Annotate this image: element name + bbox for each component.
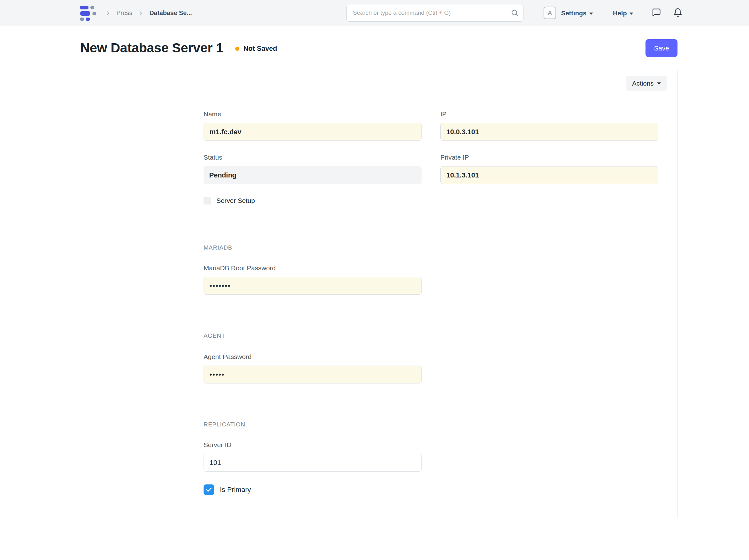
section-details: Name IP Status Pending Private IP Server… [183, 96, 678, 227]
private-ip-field: Private IP [441, 154, 658, 184]
form-toolbar: Actions [183, 70, 678, 96]
search-icon [511, 9, 519, 18]
page-header: New Database Server 1 Not Saved Save [0, 26, 749, 70]
server-id-label: Server ID [204, 441, 658, 449]
form-card: Actions Name IP Status Pending Private I… [183, 70, 678, 518]
replication-section-heading: REPLICATION [204, 421, 658, 428]
section-mariadb: MARIADB MariaDB Root Password [183, 227, 678, 315]
agent-password-field: Agent Password [204, 353, 658, 384]
agent-password-input[interactable] [204, 366, 422, 384]
server-id-field: Server ID [204, 441, 658, 472]
chevron-down-icon [590, 13, 593, 15]
status-value: Pending [204, 166, 422, 184]
agent-section-heading: AGENT [204, 332, 658, 339]
breadcrumb-item-database-servers[interactable]: Database Se... [149, 9, 192, 17]
chevron-down-icon [629, 13, 633, 15]
chat-bubble-icon [652, 8, 661, 17]
section-agent: AGENT Agent Password [183, 315, 678, 403]
save-status-text: Not Saved [243, 45, 277, 53]
chevron-down-icon [657, 83, 661, 85]
server-setup-label: Server Setup [216, 197, 255, 204]
mariadb-section-heading: MARIADB [204, 244, 658, 251]
search-input[interactable] [346, 4, 524, 22]
help-label: Help [613, 9, 627, 17]
app-logo-icon[interactable] [80, 5, 96, 21]
mariadb-root-password-input[interactable] [204, 277, 422, 295]
save-status-indicator: Not Saved [235, 45, 277, 53]
name-field: Name [204, 110, 422, 141]
orange-dot-icon [235, 47, 239, 51]
section-replication: REPLICATION Server ID Is Primary [183, 403, 678, 518]
private-ip-input[interactable] [441, 166, 658, 184]
server-setup-field[interactable]: Server Setup [204, 197, 658, 204]
settings-label: Settings [561, 9, 586, 17]
actions-label: Actions [632, 80, 654, 87]
app-switcher-badge[interactable]: A [543, 6, 556, 19]
settings-dropdown[interactable]: Settings [561, 0, 593, 26]
breadcrumb: Press Database Se... [105, 0, 192, 26]
status-label: Status [204, 154, 422, 161]
global-search [346, 4, 524, 22]
top-navbar: Press Database Se... A Settings Help [0, 0, 749, 26]
is-primary-checkbox[interactable] [204, 484, 214, 495]
breadcrumb-item-press[interactable]: Press [116, 9, 132, 17]
agent-password-label: Agent Password [204, 353, 658, 361]
help-dropdown[interactable]: Help [613, 0, 633, 26]
private-ip-label: Private IP [441, 154, 658, 161]
ip-input[interactable] [441, 123, 658, 141]
bell-icon [673, 8, 683, 17]
name-label: Name [204, 110, 422, 118]
mariadb-root-password-field: MariaDB Root Password [204, 264, 658, 295]
is-primary-label: Is Primary [220, 486, 251, 494]
name-input[interactable] [204, 123, 422, 141]
server-setup-checkbox[interactable] [204, 197, 211, 204]
mariadb-root-password-label: MariaDB Root Password [204, 264, 658, 272]
ip-field: IP [441, 110, 658, 141]
status-field: Status Pending [204, 154, 422, 184]
actions-dropdown-button[interactable]: Actions [626, 76, 667, 91]
save-button[interactable]: Save [645, 39, 678, 57]
chevron-right-icon [138, 10, 144, 16]
server-id-input[interactable] [204, 454, 422, 472]
chat-button[interactable] [652, 8, 661, 17]
notifications-button[interactable] [673, 8, 683, 17]
checkmark-icon [206, 486, 212, 493]
page-title: New Database Server 1 [80, 40, 223, 56]
is-primary-field[interactable]: Is Primary [204, 484, 658, 495]
chevron-right-icon [105, 10, 111, 16]
ip-label: IP [441, 110, 658, 118]
